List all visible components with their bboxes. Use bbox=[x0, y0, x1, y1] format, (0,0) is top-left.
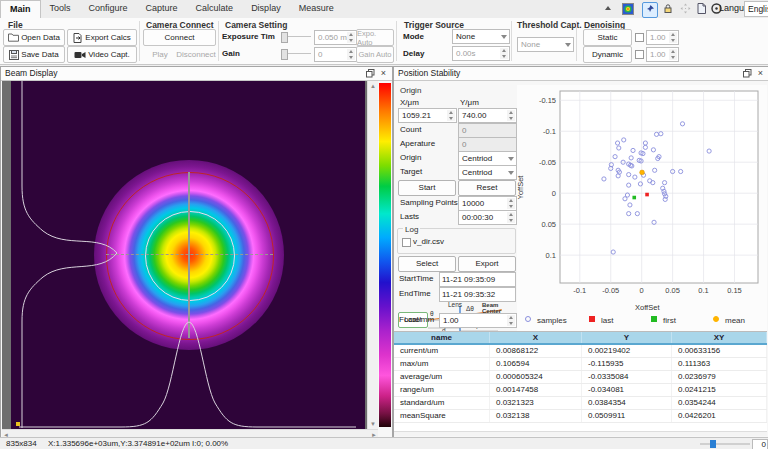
status-bar: 835x834 X:1.335696e+03um,Y:3.374891e+02u… bbox=[0, 437, 768, 449]
delay-spinner[interactable] bbox=[500, 48, 508, 59]
video-camera-icon bbox=[74, 51, 86, 59]
static-denoise-button[interactable]: Static bbox=[583, 29, 632, 46]
exposure-spinner[interactable] bbox=[347, 32, 355, 43]
origin-y-input[interactable]: 740.00 bbox=[458, 108, 517, 123]
dynamic-spinner[interactable] bbox=[669, 49, 677, 60]
beam-image[interactable] bbox=[11, 81, 365, 429]
sampling-spinner[interactable] bbox=[507, 198, 515, 209]
scroll-down-icon: ▼ bbox=[370, 420, 376, 428]
stability-panel-title: Position Stability bbox=[398, 68, 460, 78]
gain-spinner[interactable] bbox=[347, 49, 355, 60]
video-capture-label: Video Capt. bbox=[88, 50, 130, 59]
sampling-points-input[interactable]: 10000 bbox=[458, 196, 517, 211]
table-row: range/um0.00147458-0.0340810.0241215 bbox=[394, 384, 767, 397]
tab-display[interactable]: Display bbox=[242, 0, 290, 17]
tab-calculate[interactable]: Calculate bbox=[187, 0, 243, 17]
close-panel-icon[interactable]: × bbox=[378, 68, 389, 79]
stats-table-body: current/um0.008681220.002194020.00633156… bbox=[394, 345, 767, 423]
tab-main[interactable]: Main bbox=[0, 0, 41, 19]
close-panel-icon[interactable]: × bbox=[755, 68, 766, 79]
gain-slider[interactable] bbox=[281, 47, 311, 60]
export-calcs-button[interactable]: Export Calcs bbox=[67, 29, 137, 46]
table-row: average/um0.000605324-0.03350840.0236979 bbox=[394, 371, 767, 384]
reset-button[interactable]: Reset bbox=[458, 180, 516, 196]
first-marker bbox=[651, 316, 657, 322]
pin-icon[interactable] bbox=[642, 2, 658, 18]
dynamic-denoise-checkbox[interactable] bbox=[635, 50, 644, 59]
legend-last-label: last bbox=[601, 316, 613, 325]
move-icon[interactable] bbox=[678, 2, 692, 16]
collapse-toolbar-icon[interactable] bbox=[601, 2, 615, 16]
export-icon bbox=[73, 33, 83, 43]
video-capture-button[interactable]: Video Capt. bbox=[67, 46, 137, 63]
lock-icon[interactable] bbox=[661, 2, 675, 16]
header-x: X bbox=[490, 332, 582, 343]
exposure-slider[interactable] bbox=[281, 30, 311, 43]
open-data-label: Open Data bbox=[21, 33, 60, 42]
beam-canvas[interactable] bbox=[2, 81, 378, 429]
beam-panel-header[interactable]: Beam Display × bbox=[1, 67, 392, 81]
origin-select-value: Centriod bbox=[462, 154, 492, 163]
target-label: Target bbox=[400, 165, 422, 178]
status-slider-track[interactable] bbox=[700, 443, 750, 445]
target-select[interactable]: Centriod bbox=[458, 165, 517, 180]
restore-panel-icon[interactable] bbox=[742, 68, 753, 79]
open-data-button[interactable]: Open Data bbox=[3, 29, 65, 46]
legend-samples-label: samples bbox=[537, 316, 567, 325]
aperture-text: 0 bbox=[462, 140, 466, 149]
lasts-spinner[interactable] bbox=[507, 212, 515, 223]
start-button[interactable]: Start bbox=[398, 180, 456, 196]
tab-tools[interactable]: Tools bbox=[41, 0, 80, 17]
dynamic-denoise-value: 1.00 bbox=[646, 47, 679, 62]
threshold-select[interactable]: None bbox=[517, 37, 574, 52]
gain-auto-button[interactable]: Gain Auto bbox=[356, 46, 394, 63]
export-button[interactable]: Export bbox=[458, 256, 516, 272]
table-cell: 0.00633156 bbox=[672, 345, 767, 357]
svg-text:-0.1: -0.1 bbox=[573, 286, 586, 295]
trigger-mode-select[interactable]: None bbox=[452, 29, 510, 44]
save-data-button[interactable]: Save Data bbox=[3, 46, 65, 63]
sampling-points-label: Sampling Points bbox=[400, 196, 458, 209]
trigger-delay-text: 0.00s bbox=[456, 49, 476, 58]
play-button[interactable]: Play bbox=[143, 46, 177, 63]
origin-x-input[interactable]: 1059.21 bbox=[398, 108, 457, 123]
origin-y-spinner[interactable] bbox=[507, 110, 515, 121]
expo-auto-button[interactable]: Expo. Auto bbox=[356, 29, 394, 46]
language-select[interactable]: English bbox=[744, 1, 768, 17]
lasts-input[interactable]: 00:00:30 bbox=[458, 210, 517, 225]
report-icon[interactable] bbox=[694, 2, 708, 16]
log-file-checkbox[interactable] bbox=[402, 238, 411, 247]
origin-label: Origin bbox=[400, 151, 421, 164]
tab-measure[interactable]: Measure bbox=[290, 0, 343, 17]
static-spinner[interactable] bbox=[669, 32, 677, 43]
end-time-value: 11-21 09:35:32 bbox=[439, 287, 516, 302]
legend-mean: mean bbox=[713, 316, 745, 325]
restore-panel-icon[interactable] bbox=[365, 68, 376, 79]
focal-input[interactable]: 1.00 bbox=[439, 313, 517, 328]
tab-capture[interactable]: Capture bbox=[137, 0, 187, 17]
disconnect-button[interactable]: Disconnect bbox=[175, 46, 217, 63]
log-group-label: Log bbox=[403, 225, 420, 234]
header-xy: XY bbox=[672, 332, 767, 343]
table-cell: max/um bbox=[394, 358, 490, 370]
exposure-value-text: 0.050 ms bbox=[318, 33, 351, 42]
position-stability-panel: Position Stability × Origin X/μm Y/μm 10… bbox=[393, 66, 768, 439]
static-denoise-value: 1.00 bbox=[646, 30, 679, 45]
origin-x-spinner[interactable] bbox=[447, 110, 455, 121]
legend-mean-label: mean bbox=[725, 316, 745, 325]
static-denoise-checkbox[interactable] bbox=[635, 33, 644, 42]
select-button[interactable]: Select bbox=[398, 256, 456, 272]
status-slider-value: 0 bbox=[752, 439, 768, 449]
stability-panel-header[interactable]: Position Stability × bbox=[394, 67, 768, 81]
tab-configure[interactable]: Configure bbox=[80, 0, 137, 17]
dynamic-denoise-button[interactable]: Dynamic bbox=[583, 46, 632, 63]
svg-text:0.15: 0.15 bbox=[727, 286, 742, 295]
status-slider-thumb[interactable] bbox=[710, 440, 716, 448]
static-denoise-text: 1.00 bbox=[650, 33, 666, 42]
connect-button[interactable]: Connect bbox=[143, 29, 216, 46]
focal-spinner[interactable] bbox=[507, 315, 515, 326]
beam-view-icon[interactable] bbox=[621, 2, 635, 16]
origin-select[interactable]: Centriod bbox=[458, 151, 517, 166]
table-horizontal-scrollbar[interactable] bbox=[394, 431, 767, 436]
beam-vertical-scrollbar[interactable]: ▲ ▼ bbox=[367, 81, 378, 429]
